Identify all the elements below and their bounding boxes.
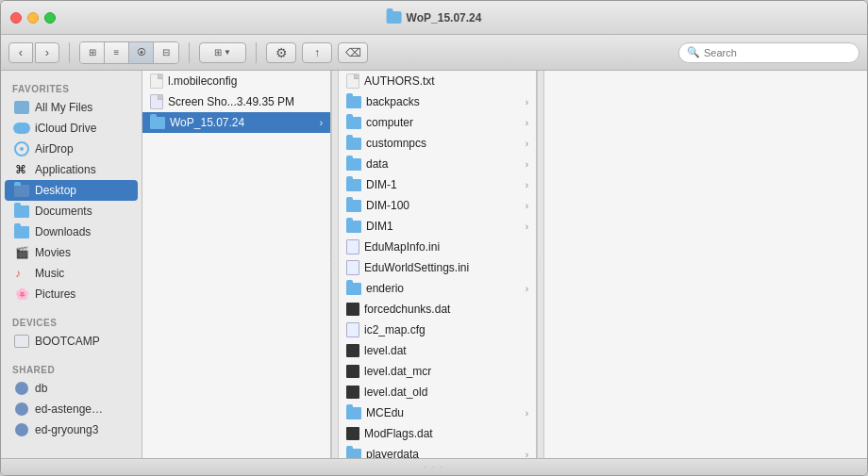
finder-window: WoP_15.07.24 ‹ › ⊞ ≡ ⦿ ⊟ ⊞ ▼ ⚙ ↑ ⌫ 🔍 [0,0,868,476]
sidebar-item-ed-astenge[interactable]: ed-astenge… [5,399,138,419]
file-item-dim-1[interactable]: DIM-1 › [339,174,536,195]
file-item-dim1[interactable]: DIM1 › [339,216,536,237]
divider-dots-1: · · · [332,255,338,272]
file-item-level-dat[interactable]: level.dat [339,340,536,361]
arrange-button[interactable]: ⊞ ▼ [199,42,246,63]
file-item-enderio[interactable]: enderio › [339,278,536,299]
file-item-wop[interactable]: WoP_15.07.24 › [142,112,330,133]
divider-dots-2: · · · [538,255,543,272]
file-item-playerdata[interactable]: playerdata › [339,444,536,458]
file-item-eduworldsettings[interactable]: EduWorldSettings.ini [339,257,536,278]
file-item-screenshot[interactable]: Screen Sho...3.49.35 PM [142,91,330,112]
column-view-btn[interactable]: ⦿ [129,42,154,63]
file-name-level-dat-old: level.dat_old [364,386,528,399]
search-input[interactable] [704,47,845,58]
ed-astenge-icon [14,402,29,417]
chevron-dim1: › [526,222,528,232]
share-button[interactable]: ↑ [302,42,332,63]
file-name-backpacks: backpacks [366,95,521,108]
sidebar-label-movies: Movies [35,246,71,259]
file-name-modflags: ModFlags.dat [364,427,528,440]
file-item-customnpcs[interactable]: customnpcs › [339,133,536,154]
action-button[interactable]: ⚙ [266,42,296,63]
icon-view-btn[interactable]: ⊞ [80,42,105,63]
file-name-ic2-map: ic2_map.cfg [364,323,528,336]
file-icon-playerdata [346,449,361,459]
sidebar-item-movies[interactable]: 🎬 Movies [5,242,138,263]
tag-button[interactable]: ⌫ [338,42,368,63]
chevron-data: › [526,159,528,170]
window-title: WoP_15.07.24 [387,11,482,25]
file-name-authors: AUTHORS.txt [364,74,528,88]
all-my-files-icon [14,100,29,115]
file-name-screenshot: Screen Sho...3.49.35 PM [168,95,323,108]
file-name-level-dat: level.dat [364,344,528,357]
sidebar-label-ed-astenge: ed-astenge… [35,402,103,416]
file-name-mcedu: MCEdu [366,406,521,419]
file-item-modflags[interactable]: ModFlags.dat [339,423,536,444]
sidebar-item-desktop[interactable]: Desktop [5,180,138,201]
chevron-mcedu: › [526,408,528,419]
file-item-dim-100[interactable]: DIM-100 › [339,195,536,216]
sidebar-item-ed-gryoung3[interactable]: ed-gryoung3 [5,419,138,440]
sidebar-item-downloads[interactable]: Downloads [5,222,138,242]
documents-icon [14,204,29,219]
file-item-level-dat-mcr[interactable]: level.dat_mcr [339,361,536,382]
separator-2 [189,42,190,63]
back-button[interactable]: ‹ [8,42,33,63]
file-name-edumapinfo: EduMapInfo.ini [364,240,528,254]
list-view-btn[interactable]: ≡ [105,42,129,63]
cover-flow-btn[interactable]: ⊟ [154,42,178,63]
chevron-dim-1: › [526,180,528,190]
file-item-data[interactable]: data › [339,154,536,174]
file-item-edumapinfo[interactable]: EduMapInfo.ini [339,237,536,257]
close-button[interactable] [10,12,22,24]
file-item-mcedu[interactable]: MCEdu › [339,402,536,423]
file-icon-level-dat-mcr [346,365,359,378]
file-icon-forcedchunks [346,303,359,316]
divider-1: · · · [331,71,339,458]
airdrop-icon [14,141,29,156]
file-item-ic2-map[interactable]: ic2_map.cfg [339,320,536,340]
maximize-button[interactable] [44,12,56,24]
chevron-computer: › [526,118,528,128]
titlebar: WoP_15.07.24 [1,1,867,35]
sidebar-label-icloud-drive: iCloud Drive [35,122,96,135]
sidebar-item-icloud-drive[interactable]: iCloud Drive [5,118,138,139]
file-item-level-dat-old[interactable]: level.dat_old [339,382,536,402]
sidebar-item-all-my-files[interactable]: All My Files [5,97,138,118]
file-item-authors[interactable]: AUTHORS.txt [339,71,536,91]
icloud-drive-icon [14,121,29,136]
movies-icon: 🎬 [14,245,29,260]
sidebar-item-documents[interactable]: Documents [5,201,138,222]
sidebar-item-db[interactable]: db [5,378,138,399]
minimize-button[interactable] [27,12,39,24]
file-item-forcedchunks[interactable]: forcedchunks.dat [339,299,536,320]
file-item-mobileconfig[interactable]: l.mobileconfig [142,71,330,91]
file-name-dim-1: DIM-1 [366,178,521,191]
sidebar: Favorites All My Files iCloud Drive [1,71,142,458]
chevron-backpacks: › [526,97,528,107]
file-item-computer[interactable]: computer › [339,112,536,133]
sidebar-item-bootcamp[interactable]: BOOTCAMP [5,331,138,352]
search-box[interactable]: 🔍 [678,42,860,63]
devices-header: Devices [1,312,142,331]
file-name-playerdata: playerdata [366,448,521,458]
sidebar-item-applications[interactable]: ⌘ Applications [5,159,138,180]
file-icon-computer [346,117,361,129]
file-icon-edumapinfo [346,239,359,254]
file-icon-enderio [346,283,361,295]
file-icon-dim-100 [346,200,361,212]
file-icon-dim1 [346,221,361,233]
sidebar-item-music[interactable]: ♪ Music [5,263,138,284]
sidebar-label-airdrop: AirDrop [35,142,74,156]
sidebar-item-airdrop[interactable]: AirDrop [5,139,138,159]
file-name-level-dat-mcr: level.dat_mcr [364,365,528,378]
forward-button[interactable]: › [35,42,59,63]
sidebar-label-db: db [35,382,47,395]
sidebar-item-pictures[interactable]: 🌸 Pictures [5,284,138,304]
view-buttons: ⊞ ≡ ⦿ ⊟ [79,41,179,64]
file-pane: l.mobileconfig Screen Sho...3.49.35 PM W… [142,71,867,458]
file-item-backpacks[interactable]: backpacks › [339,91,536,112]
file-icon-ic2-map [346,322,359,337]
